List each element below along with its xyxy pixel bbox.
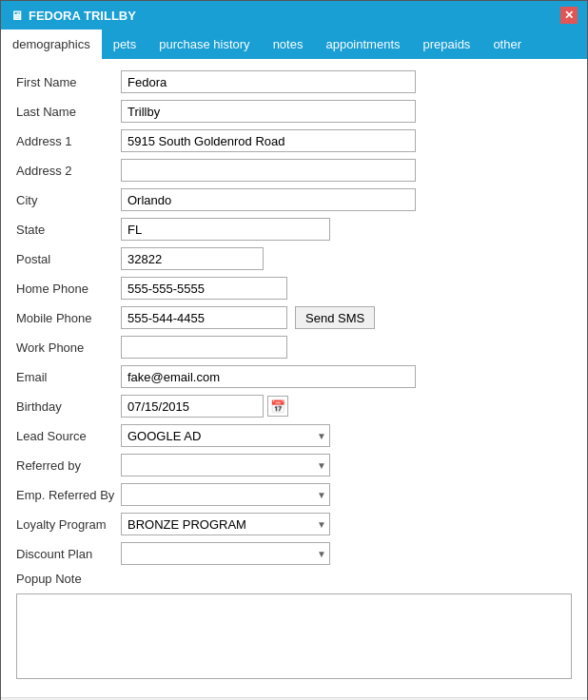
- window-title: FEDORA TRILLBY: [29, 9, 136, 23]
- tab-purchase-history[interactable]: purchase history: [147, 29, 261, 59]
- referred-by-label: Referred by: [16, 458, 121, 473]
- discount-plan-wrapper: ▼: [121, 542, 330, 565]
- postal-row: Postal: [16, 247, 572, 270]
- last-name-input[interactable]: [121, 100, 416, 123]
- city-label: City: [16, 193, 121, 207]
- lead-source-label: Lead Source: [16, 429, 121, 443]
- lead-source-row: Lead Source GOOGLE AD WALK IN REFERRAL W…: [16, 424, 572, 447]
- last-name-label: Last Name: [16, 105, 121, 119]
- popup-note-label: Popup Note: [16, 572, 121, 586]
- work-phone-label: Work Phone: [16, 340, 121, 355]
- address1-input[interactable]: [121, 129, 416, 152]
- work-phone-row: Work Phone: [16, 336, 572, 359]
- address1-label: Address 1: [16, 134, 121, 148]
- home-phone-label: Home Phone: [16, 282, 121, 296]
- discount-plan-select[interactable]: [121, 542, 330, 565]
- referred-by-wrapper: ▼: [121, 454, 330, 476]
- close-button[interactable]: ✕: [560, 7, 578, 24]
- first-name-label: First Name: [16, 75, 121, 89]
- mobile-phone-label: Mobile Phone: [16, 311, 121, 325]
- state-row: State: [16, 218, 572, 241]
- loyalty-program-row: Loyalty Program BRONZE PROGRAM SILVER PR…: [16, 513, 572, 535]
- postal-input[interactable]: [121, 247, 264, 270]
- email-row: Email: [16, 365, 572, 388]
- discount-plan-row: Discount Plan ▼: [16, 542, 572, 565]
- tab-pets[interactable]: pets: [102, 29, 148, 59]
- send-sms-button[interactable]: Send SMS: [295, 306, 375, 329]
- tab-other[interactable]: other: [481, 29, 533, 59]
- emp-referred-row: Emp. Referred By ▼: [16, 483, 572, 506]
- discount-plan-label: Discount Plan: [16, 547, 121, 561]
- mobile-phone-input[interactable]: [121, 306, 287, 329]
- title-bar: 🖥 FEDORA TRILLBY ✕: [1, 1, 587, 29]
- referred-by-select[interactable]: [121, 454, 330, 476]
- state-label: State: [16, 223, 121, 237]
- window-icon: 🖥: [10, 9, 23, 23]
- first-name-row: First Name: [16, 70, 572, 93]
- emp-referred-label: Emp. Referred By: [16, 488, 121, 502]
- address1-row: Address 1: [16, 129, 572, 152]
- work-phone-input[interactable]: [121, 336, 287, 359]
- main-window: 🖥 FEDORA TRILLBY ✕ demographics pets pur…: [0, 0, 588, 700]
- mobile-phone-row: Mobile Phone Send SMS: [16, 306, 572, 329]
- calendar-icon[interactable]: 📅: [267, 396, 288, 417]
- loyalty-program-wrapper: BRONZE PROGRAM SILVER PROGRAM GOLD PROGR…: [121, 513, 330, 535]
- popup-note-textarea[interactable]: [16, 593, 572, 679]
- birthday-row: Birthday 📅: [16, 395, 572, 418]
- loyalty-program-select[interactable]: BRONZE PROGRAM SILVER PROGRAM GOLD PROGR…: [121, 513, 330, 535]
- email-label: Email: [16, 370, 121, 384]
- lead-source-select[interactable]: GOOGLE AD WALK IN REFERRAL WEBSITE: [121, 424, 330, 447]
- address2-label: Address 2: [16, 164, 121, 178]
- state-input[interactable]: [121, 218, 330, 241]
- birthday-label: Birthday: [16, 399, 121, 414]
- city-row: City: [16, 188, 572, 211]
- loyalty-program-label: Loyalty Program: [16, 517, 121, 532]
- address2-row: Address 2: [16, 159, 572, 182]
- birthday-input[interactable]: [121, 395, 264, 418]
- tab-notes[interactable]: notes: [262, 29, 315, 59]
- home-phone-input[interactable]: [121, 277, 287, 300]
- address2-input[interactable]: [121, 159, 416, 182]
- postal-label: Postal: [16, 252, 121, 266]
- emp-referred-wrapper: ▼: [121, 483, 330, 506]
- emp-referred-select[interactable]: [121, 483, 330, 506]
- email-input[interactable]: [121, 365, 416, 388]
- tab-bar: demographics pets purchase history notes…: [1, 29, 587, 59]
- tab-prepaids[interactable]: prepaids: [412, 29, 482, 59]
- popup-note-row: Popup Note: [16, 572, 572, 679]
- lead-source-wrapper: GOOGLE AD WALK IN REFERRAL WEBSITE ▼: [121, 424, 330, 447]
- tab-appointments[interactable]: appointments: [314, 29, 411, 59]
- form-content: First Name Last Name Address 1 Address 2…: [1, 59, 587, 697]
- tab-demographics[interactable]: demographics: [1, 29, 102, 59]
- first-name-input[interactable]: [121, 70, 416, 93]
- city-input[interactable]: [121, 188, 416, 211]
- referred-by-row: Referred by ▼: [16, 454, 572, 476]
- last-name-row: Last Name: [16, 100, 572, 123]
- home-phone-row: Home Phone: [16, 277, 572, 300]
